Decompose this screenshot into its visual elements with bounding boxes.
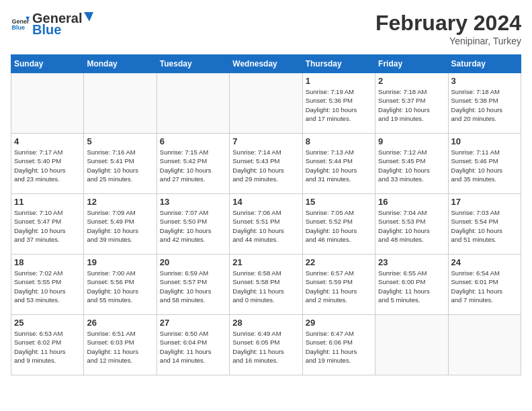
day-cell: 7Sunrise: 7:14 AM Sunset: 5:43 PM Daylig…	[230, 134, 302, 194]
day-info: Sunrise: 6:49 AM Sunset: 6:05 PM Dayligh…	[232, 329, 299, 365]
day-number: 1	[306, 76, 372, 86]
day-number: 19	[87, 257, 153, 267]
day-info: Sunrise: 7:03 AM Sunset: 5:54 PM Dayligh…	[451, 208, 518, 244]
day-cell: 11Sunrise: 7:10 AM Sunset: 5:47 PM Dayli…	[11, 194, 84, 255]
day-number: 10	[451, 136, 518, 146]
col-header-friday: Friday	[375, 55, 448, 73]
day-info: Sunrise: 7:07 AM Sunset: 5:50 PM Dayligh…	[160, 208, 226, 244]
day-number: 11	[14, 197, 81, 207]
page-header: General Blue General Blue February 2024 …	[11, 11, 521, 46]
day-info: Sunrise: 6:47 AM Sunset: 6:06 PM Dayligh…	[306, 329, 372, 365]
day-cell: 10Sunrise: 7:11 AM Sunset: 5:46 PM Dayli…	[448, 134, 521, 194]
day-info: Sunrise: 6:54 AM Sunset: 6:01 PM Dayligh…	[451, 269, 518, 304]
day-info: Sunrise: 7:02 AM Sunset: 5:55 PM Dayligh…	[14, 269, 81, 304]
day-cell	[84, 73, 157, 134]
day-info: Sunrise: 6:57 AM Sunset: 5:59 PM Dayligh…	[306, 269, 372, 304]
week-row-2: 4Sunrise: 7:17 AM Sunset: 5:40 PM Daylig…	[11, 134, 521, 194]
day-info: Sunrise: 7:11 AM Sunset: 5:46 PM Dayligh…	[451, 148, 518, 183]
week-row-5: 25Sunrise: 6:53 AM Sunset: 6:02 PM Dayli…	[11, 315, 521, 375]
day-number: 14	[232, 197, 299, 207]
day-cell: 23Sunrise: 6:55 AM Sunset: 6:00 PM Dayli…	[375, 255, 448, 315]
day-cell: 27Sunrise: 6:50 AM Sunset: 6:04 PM Dayli…	[157, 315, 229, 375]
day-info: Sunrise: 7:19 AM Sunset: 5:36 PM Dayligh…	[306, 87, 372, 123]
day-number: 16	[378, 197, 445, 207]
day-number: 22	[306, 257, 372, 267]
day-cell	[448, 315, 521, 375]
week-row-1: 1Sunrise: 7:19 AM Sunset: 5:36 PM Daylig…	[11, 73, 521, 134]
day-cell	[375, 315, 448, 375]
title-block: February 2024 Yenipinar, Turkey	[375, 11, 521, 46]
col-header-monday: Monday	[84, 55, 157, 73]
day-number: 12	[87, 197, 153, 207]
day-cell: 28Sunrise: 6:49 AM Sunset: 6:05 PM Dayli…	[230, 315, 302, 375]
col-header-sunday: Sunday	[11, 55, 84, 73]
svg-text:Blue: Blue	[11, 24, 25, 31]
day-number: 13	[160, 197, 226, 207]
day-number: 3	[451, 76, 518, 86]
day-cell: 1Sunrise: 7:19 AM Sunset: 5:36 PM Daylig…	[302, 73, 375, 134]
day-number: 15	[306, 197, 372, 207]
day-number: 21	[232, 257, 299, 267]
col-header-saturday: Saturday	[448, 55, 521, 73]
logo-arrow-icon	[83, 11, 95, 23]
day-cell: 18Sunrise: 7:02 AM Sunset: 5:55 PM Dayli…	[11, 255, 84, 315]
day-info: Sunrise: 6:59 AM Sunset: 5:57 PM Dayligh…	[160, 269, 226, 304]
day-number: 5	[87, 136, 153, 146]
week-row-3: 11Sunrise: 7:10 AM Sunset: 5:47 PM Dayli…	[11, 194, 521, 255]
day-cell: 22Sunrise: 6:57 AM Sunset: 5:59 PM Dayli…	[302, 255, 375, 315]
day-info: Sunrise: 6:55 AM Sunset: 6:00 PM Dayligh…	[378, 269, 445, 304]
col-header-thursday: Thursday	[302, 55, 375, 73]
day-cell: 4Sunrise: 7:17 AM Sunset: 5:40 PM Daylig…	[11, 134, 84, 194]
day-info: Sunrise: 7:12 AM Sunset: 5:45 PM Dayligh…	[378, 148, 445, 183]
day-cell: 29Sunrise: 6:47 AM Sunset: 6:06 PM Dayli…	[302, 315, 375, 375]
day-info: Sunrise: 7:06 AM Sunset: 5:51 PM Dayligh…	[232, 208, 299, 244]
day-cell: 3Sunrise: 7:18 AM Sunset: 5:38 PM Daylig…	[448, 73, 521, 134]
day-info: Sunrise: 6:53 AM Sunset: 6:02 PM Dayligh…	[14, 329, 81, 365]
day-info: Sunrise: 7:10 AM Sunset: 5:47 PM Dayligh…	[14, 208, 81, 244]
day-cell: 21Sunrise: 6:58 AM Sunset: 5:58 PM Dayli…	[230, 255, 302, 315]
day-cell: 6Sunrise: 7:15 AM Sunset: 5:42 PM Daylig…	[157, 134, 229, 194]
day-info: Sunrise: 7:14 AM Sunset: 5:43 PM Dayligh…	[232, 148, 299, 183]
day-info: Sunrise: 7:15 AM Sunset: 5:42 PM Dayligh…	[160, 148, 226, 183]
day-info: Sunrise: 7:09 AM Sunset: 5:49 PM Dayligh…	[87, 208, 153, 244]
day-cell: 8Sunrise: 7:13 AM Sunset: 5:44 PM Daylig…	[302, 134, 375, 194]
day-info: Sunrise: 7:18 AM Sunset: 5:38 PM Dayligh…	[451, 87, 518, 123]
day-cell	[230, 73, 302, 134]
day-number: 4	[14, 136, 81, 146]
day-cell	[11, 73, 84, 134]
day-number: 29	[306, 318, 372, 328]
svg-marker-3	[84, 12, 93, 21]
day-cell: 13Sunrise: 7:07 AM Sunset: 5:50 PM Dayli…	[157, 194, 229, 255]
calendar-subtitle: Yenipinar, Turkey	[375, 36, 521, 46]
week-row-4: 18Sunrise: 7:02 AM Sunset: 5:55 PM Dayli…	[11, 255, 521, 315]
day-number: 27	[160, 318, 226, 328]
logo-icon: General Blue	[11, 15, 30, 34]
day-cell: 2Sunrise: 7:18 AM Sunset: 5:37 PM Daylig…	[375, 73, 448, 134]
day-cell: 26Sunrise: 6:51 AM Sunset: 6:03 PM Dayli…	[84, 315, 157, 375]
day-info: Sunrise: 7:05 AM Sunset: 5:52 PM Dayligh…	[306, 208, 372, 244]
day-number: 9	[378, 136, 445, 146]
day-info: Sunrise: 7:13 AM Sunset: 5:44 PM Dayligh…	[306, 148, 372, 183]
day-number: 18	[14, 257, 81, 267]
day-cell: 9Sunrise: 7:12 AM Sunset: 5:45 PM Daylig…	[375, 134, 448, 194]
day-cell: 24Sunrise: 6:54 AM Sunset: 6:01 PM Dayli…	[448, 255, 521, 315]
day-info: Sunrise: 7:04 AM Sunset: 5:53 PM Dayligh…	[378, 208, 445, 244]
day-number: 24	[451, 257, 518, 267]
day-info: Sunrise: 7:16 AM Sunset: 5:41 PM Dayligh…	[87, 148, 153, 183]
col-header-wednesday: Wednesday	[230, 55, 302, 73]
day-number: 26	[87, 318, 153, 328]
day-number: 23	[378, 257, 445, 267]
day-number: 25	[14, 318, 81, 328]
day-number: 28	[232, 318, 299, 328]
day-cell: 15Sunrise: 7:05 AM Sunset: 5:52 PM Dayli…	[302, 194, 375, 255]
day-number: 8	[306, 136, 372, 146]
calendar-title: February 2024	[375, 11, 521, 36]
day-number: 7	[232, 136, 299, 146]
day-info: Sunrise: 7:00 AM Sunset: 5:56 PM Dayligh…	[87, 269, 153, 304]
day-cell: 20Sunrise: 6:59 AM Sunset: 5:57 PM Dayli…	[157, 255, 229, 315]
day-info: Sunrise: 7:18 AM Sunset: 5:37 PM Dayligh…	[378, 87, 445, 123]
day-cell: 25Sunrise: 6:53 AM Sunset: 6:02 PM Dayli…	[11, 315, 84, 375]
day-cell: 16Sunrise: 7:04 AM Sunset: 5:53 PM Dayli…	[375, 194, 448, 255]
calendar-header-row: SundayMondayTuesdayWednesdayThursdayFrid…	[11, 55, 521, 73]
day-number: 17	[451, 197, 518, 207]
